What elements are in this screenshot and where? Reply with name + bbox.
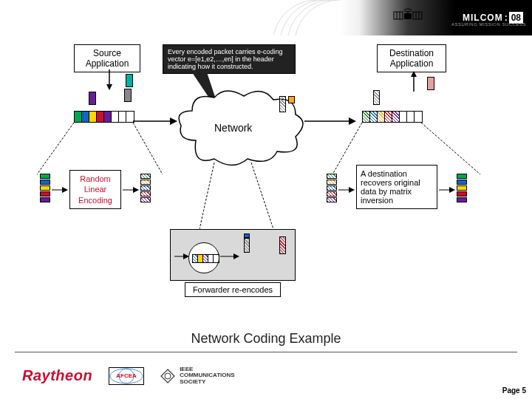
raytheon-logo: Raytheon xyxy=(22,367,92,384)
ieee-line3: SOCIETY xyxy=(180,379,235,386)
header-banner: MILCOM: 08 xyxy=(340,0,532,35)
svg-line-12 xyxy=(133,123,163,174)
footer: Raytheon AFCEA IEEE COMMUNICATIONS SOCIE… xyxy=(22,366,235,386)
satellite-icon xyxy=(391,4,425,31)
milcom-tagline: ASSURING MISSION SUCCESS xyxy=(451,22,526,27)
arrow-up-icon xyxy=(409,71,418,92)
forwarder-label: Forwarder re-encodes xyxy=(185,282,281,297)
header-chip xyxy=(288,96,295,103)
packet-purple xyxy=(89,92,96,105)
svg-rect-1 xyxy=(394,12,403,19)
ieee-diamond-icon xyxy=(160,369,175,383)
svg-marker-29 xyxy=(411,71,417,77)
arrow-right-icon xyxy=(123,186,139,194)
svg-marker-38 xyxy=(161,369,174,383)
arrow-out-node xyxy=(220,253,239,260)
svg-line-23 xyxy=(251,163,273,229)
destination-recover-box: A destination recovers original data by … xyxy=(356,165,437,209)
cloud-to-forwarder-lines xyxy=(200,163,273,233)
svg-marker-16 xyxy=(133,187,139,193)
divider xyxy=(15,352,517,352)
arrow-to-cloud xyxy=(133,117,177,126)
header-arcs xyxy=(273,0,347,35)
arrow-right-icon xyxy=(338,186,355,194)
packet-teal xyxy=(126,74,133,87)
svg-marker-19 xyxy=(170,117,177,125)
source-packet-stack xyxy=(40,174,50,203)
svg-marker-35 xyxy=(449,187,455,193)
arrow-into-node xyxy=(174,253,189,260)
svg-marker-27 xyxy=(233,253,239,259)
packet-hatched xyxy=(373,90,380,105)
destination-application-box: Destination Application xyxy=(377,44,446,72)
ieee-logo: IEEE COMMUNICATIONS SOCIETY xyxy=(160,366,235,386)
recovered-packet-stack xyxy=(457,174,467,203)
svg-line-11 xyxy=(37,123,74,174)
destination-buffer xyxy=(362,111,423,123)
slide-caption: Network Coding Example xyxy=(0,331,532,347)
diagram-area: Source Application Random Linear Encodin… xyxy=(44,44,488,325)
arrow-down-icon xyxy=(105,69,114,90)
forwarder-buffer xyxy=(192,254,219,263)
svg-marker-33 xyxy=(349,187,355,193)
arrow-right-icon xyxy=(439,186,455,194)
forwarder-out-packet xyxy=(244,238,250,253)
encoded-packet-stack xyxy=(140,174,151,203)
packet-gray xyxy=(124,89,132,102)
packet-pink xyxy=(427,77,434,90)
forwarder-out-packet2 xyxy=(279,236,286,254)
svg-marker-14 xyxy=(62,187,68,193)
dest-encoded-stack xyxy=(327,174,337,203)
svg-marker-10 xyxy=(106,84,112,90)
random-linear-encoding-box: Random Linear Encoding xyxy=(69,170,121,209)
svg-point-39 xyxy=(165,373,171,379)
source-buffer xyxy=(74,111,134,123)
source-application-box: Source Application xyxy=(74,44,140,72)
encoded-packet xyxy=(279,96,286,112)
svg-line-22 xyxy=(200,163,214,229)
svg-rect-0 xyxy=(404,13,412,19)
svg-rect-4 xyxy=(413,12,422,19)
milcom-text: MILCOM xyxy=(463,13,503,23)
forwarder-out-header xyxy=(244,233,250,238)
afcea-logo: AFCEA xyxy=(109,367,144,385)
arrow-right-icon xyxy=(52,186,68,194)
encoding-vector-callout: Every encoded packet carries e-coding ve… xyxy=(163,44,296,74)
svg-marker-25 xyxy=(183,253,189,259)
network-label: Network xyxy=(214,122,252,134)
page-number: Page 5 xyxy=(502,386,526,395)
